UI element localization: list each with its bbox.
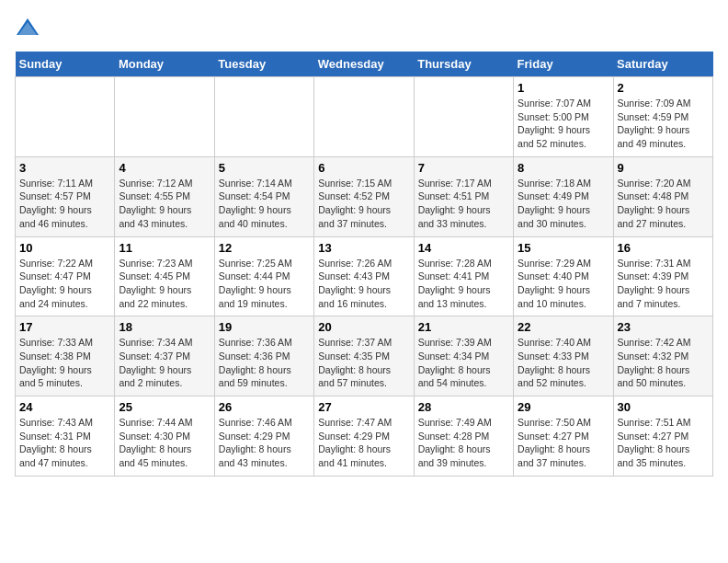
calendar-cell: 25Sunrise: 7:44 AM Sunset: 4:30 PM Dayli…	[115, 396, 214, 477]
day-info: Sunrise: 7:11 AM Sunset: 4:57 PM Dayligh…	[19, 177, 110, 231]
day-number: 14	[418, 241, 509, 255]
day-number: 20	[318, 320, 409, 334]
day-number: 3	[19, 161, 110, 175]
day-info: Sunrise: 7:25 AM Sunset: 4:44 PM Dayligh…	[219, 257, 310, 311]
day-info: Sunrise: 7:28 AM Sunset: 4:41 PM Dayligh…	[418, 257, 509, 311]
day-number: 26	[219, 400, 310, 414]
calendar-cell: 21Sunrise: 7:39 AM Sunset: 4:34 PM Dayli…	[414, 316, 513, 396]
calendar-week-row: 17Sunrise: 7:33 AM Sunset: 4:38 PM Dayli…	[16, 316, 713, 396]
day-info: Sunrise: 7:46 AM Sunset: 4:29 PM Dayligh…	[219, 416, 310, 470]
day-number: 24	[19, 400, 110, 414]
day-info: Sunrise: 7:40 AM Sunset: 4:33 PM Dayligh…	[518, 336, 609, 390]
calendar-table: SundayMondayTuesdayWednesdayThursdayFrid…	[15, 52, 713, 477]
day-info: Sunrise: 7:09 AM Sunset: 4:59 PM Dayligh…	[618, 97, 709, 151]
weekday-header-monday: Monday	[115, 52, 214, 77]
calendar-cell: 11Sunrise: 7:23 AM Sunset: 4:45 PM Dayli…	[115, 236, 214, 316]
calendar-week-row: 24Sunrise: 7:43 AM Sunset: 4:31 PM Dayli…	[16, 396, 713, 477]
day-info: Sunrise: 7:31 AM Sunset: 4:39 PM Dayligh…	[618, 257, 709, 311]
calendar-cell: 4Sunrise: 7:12 AM Sunset: 4:55 PM Daylig…	[115, 156, 214, 236]
day-info: Sunrise: 7:36 AM Sunset: 4:36 PM Dayligh…	[219, 336, 310, 390]
weekday-header-wednesday: Wednesday	[314, 52, 414, 77]
day-info: Sunrise: 7:34 AM Sunset: 4:37 PM Dayligh…	[119, 336, 210, 390]
calendar-cell: 6Sunrise: 7:15 AM Sunset: 4:52 PM Daylig…	[314, 156, 414, 236]
day-info: Sunrise: 7:44 AM Sunset: 4:30 PM Dayligh…	[119, 416, 210, 470]
day-info: Sunrise: 7:18 AM Sunset: 4:49 PM Dayligh…	[518, 177, 609, 231]
calendar-cell: 8Sunrise: 7:18 AM Sunset: 4:49 PM Daylig…	[514, 156, 613, 236]
calendar-cell: 12Sunrise: 7:25 AM Sunset: 4:44 PM Dayli…	[214, 236, 313, 316]
day-number: 29	[518, 400, 609, 414]
calendar-cell: 17Sunrise: 7:33 AM Sunset: 4:38 PM Dayli…	[16, 316, 115, 396]
calendar-cell: 23Sunrise: 7:42 AM Sunset: 4:32 PM Dayli…	[613, 316, 712, 396]
calendar-cell: 16Sunrise: 7:31 AM Sunset: 4:39 PM Dayli…	[613, 236, 712, 316]
day-number: 16	[618, 241, 709, 255]
calendar-cell: 20Sunrise: 7:37 AM Sunset: 4:35 PM Dayli…	[314, 316, 414, 396]
calendar-cell: 28Sunrise: 7:49 AM Sunset: 4:28 PM Dayli…	[414, 396, 513, 477]
logo	[15, 15, 44, 40]
day-info: Sunrise: 7:15 AM Sunset: 4:52 PM Dayligh…	[318, 177, 409, 231]
day-info: Sunrise: 7:47 AM Sunset: 4:29 PM Dayligh…	[318, 416, 409, 470]
day-info: Sunrise: 7:17 AM Sunset: 4:51 PM Dayligh…	[418, 177, 509, 231]
day-info: Sunrise: 7:22 AM Sunset: 4:47 PM Dayligh…	[19, 257, 110, 311]
day-info: Sunrise: 7:37 AM Sunset: 4:35 PM Dayligh…	[318, 336, 409, 390]
calendar-week-row: 1Sunrise: 7:07 AM Sunset: 5:00 PM Daylig…	[16, 77, 713, 157]
day-number: 22	[518, 320, 609, 334]
calendar-cell	[414, 77, 513, 157]
day-number: 21	[418, 320, 509, 334]
day-number: 8	[518, 161, 609, 175]
weekday-header-tuesday: Tuesday	[214, 52, 313, 77]
calendar-cell: 14Sunrise: 7:28 AM Sunset: 4:41 PM Dayli…	[414, 236, 513, 316]
day-info: Sunrise: 7:50 AM Sunset: 4:27 PM Dayligh…	[518, 416, 609, 470]
day-number: 5	[219, 161, 310, 175]
day-number: 23	[618, 320, 709, 334]
day-number: 7	[418, 161, 509, 175]
calendar-week-row: 3Sunrise: 7:11 AM Sunset: 4:57 PM Daylig…	[16, 156, 713, 236]
calendar-cell: 26Sunrise: 7:46 AM Sunset: 4:29 PM Dayli…	[214, 396, 313, 477]
calendar-cell: 22Sunrise: 7:40 AM Sunset: 4:33 PM Dayli…	[514, 316, 613, 396]
calendar-cell: 2Sunrise: 7:09 AM Sunset: 4:59 PM Daylig…	[613, 77, 712, 157]
calendar-cell	[214, 77, 313, 157]
day-number: 13	[318, 241, 409, 255]
day-info: Sunrise: 7:29 AM Sunset: 4:40 PM Dayligh…	[518, 257, 609, 311]
day-info: Sunrise: 7:26 AM Sunset: 4:43 PM Dayligh…	[318, 257, 409, 311]
day-number: 12	[219, 241, 310, 255]
calendar-cell: 13Sunrise: 7:26 AM Sunset: 4:43 PM Dayli…	[314, 236, 414, 316]
calendar-cell: 19Sunrise: 7:36 AM Sunset: 4:36 PM Dayli…	[214, 316, 313, 396]
day-number: 9	[618, 161, 709, 175]
day-info: Sunrise: 7:14 AM Sunset: 4:54 PM Dayligh…	[219, 177, 310, 231]
day-number: 19	[219, 320, 310, 334]
weekday-header-sunday: Sunday	[16, 52, 115, 77]
calendar-cell	[314, 77, 414, 157]
day-number: 2	[618, 81, 709, 95]
calendar-cell: 30Sunrise: 7:51 AM Sunset: 4:27 PM Dayli…	[613, 396, 712, 477]
day-info: Sunrise: 7:12 AM Sunset: 4:55 PM Dayligh…	[119, 177, 210, 231]
day-number: 30	[618, 400, 709, 414]
calendar-cell: 9Sunrise: 7:20 AM Sunset: 4:48 PM Daylig…	[613, 156, 712, 236]
header	[15, 15, 713, 40]
day-info: Sunrise: 7:07 AM Sunset: 5:00 PM Dayligh…	[518, 97, 609, 151]
calendar-cell: 10Sunrise: 7:22 AM Sunset: 4:47 PM Dayli…	[16, 236, 115, 316]
calendar-cell	[115, 77, 214, 157]
calendar-cell: 18Sunrise: 7:34 AM Sunset: 4:37 PM Dayli…	[115, 316, 214, 396]
day-info: Sunrise: 7:49 AM Sunset: 4:28 PM Dayligh…	[418, 416, 509, 470]
calendar-cell: 5Sunrise: 7:14 AM Sunset: 4:54 PM Daylig…	[214, 156, 313, 236]
calendar-cell: 29Sunrise: 7:50 AM Sunset: 4:27 PM Dayli…	[514, 396, 613, 477]
day-number: 4	[119, 161, 210, 175]
weekday-header-friday: Friday	[514, 52, 613, 77]
calendar-cell: 1Sunrise: 7:07 AM Sunset: 5:00 PM Daylig…	[514, 77, 613, 157]
calendar-cell: 24Sunrise: 7:43 AM Sunset: 4:31 PM Dayli…	[16, 396, 115, 477]
calendar-cell: 3Sunrise: 7:11 AM Sunset: 4:57 PM Daylig…	[16, 156, 115, 236]
day-number: 27	[318, 400, 409, 414]
day-info: Sunrise: 7:20 AM Sunset: 4:48 PM Dayligh…	[618, 177, 709, 231]
day-number: 25	[119, 400, 210, 414]
calendar-cell: 15Sunrise: 7:29 AM Sunset: 4:40 PM Dayli…	[514, 236, 613, 316]
day-info: Sunrise: 7:23 AM Sunset: 4:45 PM Dayligh…	[119, 257, 210, 311]
calendar-cell: 27Sunrise: 7:47 AM Sunset: 4:29 PM Dayli…	[314, 396, 414, 477]
calendar-week-row: 10Sunrise: 7:22 AM Sunset: 4:47 PM Dayli…	[16, 236, 713, 316]
day-number: 1	[518, 81, 609, 95]
calendar-cell	[16, 77, 115, 157]
day-number: 15	[518, 241, 609, 255]
day-number: 6	[318, 161, 409, 175]
day-number: 17	[19, 320, 110, 334]
day-number: 10	[19, 241, 110, 255]
day-number: 28	[418, 400, 509, 414]
